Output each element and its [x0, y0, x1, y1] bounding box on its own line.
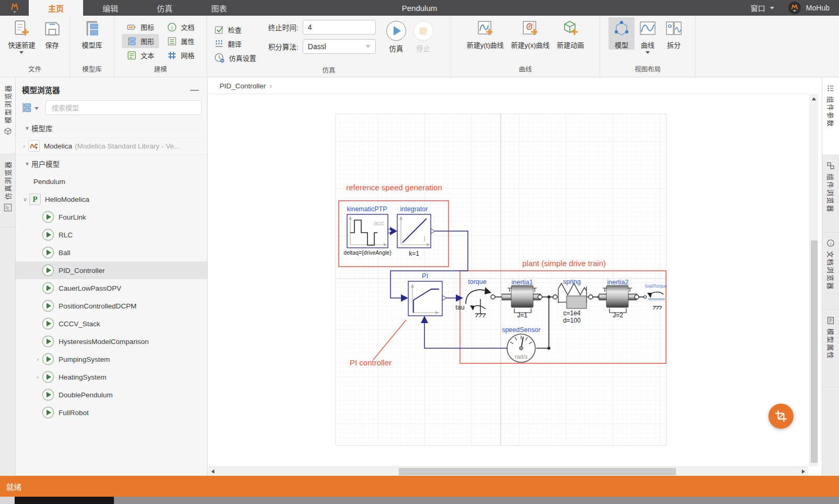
document-properties-icon — [826, 316, 835, 325]
chevron-collapsed-icon[interactable]: › — [33, 356, 42, 362]
icon-view-icon — [127, 22, 137, 32]
stop-time-input[interactable] — [303, 20, 376, 35]
tree-item-heatingsystem[interactable]: ›HeatingSystem — [16, 368, 207, 386]
component-parameters-tab-label: 组件参数 — [826, 96, 836, 128]
integration-algorithm-select[interactable]: Dassl — [303, 39, 376, 54]
tree-label: FullRobot — [59, 409, 89, 417]
icon-view-button[interactable]: 图标 — [122, 20, 159, 34]
diagram-view-button[interactable]: 图形 — [122, 34, 159, 48]
tree-item-pendulum[interactable]: Pendulum — [16, 173, 207, 190]
stop-label: 停止 — [416, 43, 430, 53]
diagram-canvas[interactable]: reference speed generation plant (simple… — [208, 94, 808, 466]
stop-button[interactable]: 停止 — [413, 20, 433, 53]
simulation-settings-button[interactable]: 仿真设置 — [209, 51, 261, 65]
attributes-button[interactable]: 属性 — [162, 34, 199, 48]
tree-item-hysteresismodelcomparison[interactable]: HysteresisModelComparison — [16, 333, 207, 350]
stop-time-label: 终止时间: — [268, 22, 298, 32]
account-avatar-icon[interactable] — [788, 1, 801, 15]
component-browser-tab-label: 组件浏览器 — [826, 174, 836, 213]
save-button[interactable]: 保存 — [39, 17, 65, 50]
vertical-scrollbar[interactable] — [809, 94, 818, 466]
component-param: d=100 — [563, 317, 581, 324]
model-library-button[interactable]: 模型库 — [78, 17, 106, 50]
quick-new-button[interactable]: 快速新建 — [4, 17, 39, 54]
tree-item-modelica[interactable]: › Modelica (Modelica Standard Library - … — [16, 137, 207, 155]
split-view-button[interactable]: 拆分 — [661, 17, 687, 50]
scroll-right-icon[interactable] — [802, 469, 805, 474]
tree-item-pumpingsystem[interactable]: ›PumpingSystem — [16, 350, 207, 368]
vertical-scroll-thumb[interactable] — [811, 240, 818, 463]
tree-section-user-models[interactable]: ▼ 用户模型 — [16, 155, 207, 173]
tab-edit[interactable]: 编辑 — [83, 0, 137, 16]
window-menu[interactable]: 窗口 — [751, 3, 765, 13]
scroll-up-icon[interactable] — [812, 97, 816, 100]
component-label: PI — [422, 272, 428, 280]
text-view-label: 文本 — [141, 50, 154, 60]
tree-item-pid-controller[interactable]: PID_Controller — [16, 261, 207, 279]
app-logo-icon[interactable] — [0, 0, 29, 16]
group-label-simulation: 仿真 — [209, 65, 449, 77]
tree-item-rlc[interactable]: RLC — [16, 226, 207, 244]
text-view-button[interactable]: 文本 — [122, 48, 159, 62]
curve-view-button[interactable]: 曲线 — [635, 17, 661, 54]
tab-document-browser[interactable]: i 文档浏览器 — [822, 233, 839, 310]
chevron-expanded-icon[interactable]: ▼ — [23, 161, 31, 167]
component-inner-text: acc — [374, 219, 385, 227]
tab-simulation-browser[interactable]: 仿真浏览器 — [0, 154, 15, 227]
tree-label: HysteresisModelComparison — [59, 338, 149, 346]
new-animation-button[interactable]: 新建动画 — [553, 17, 588, 50]
screenshot-crop-button[interactable] — [768, 404, 794, 429]
tree-label: CauerLowPassOPV — [59, 284, 121, 292]
ribbon-group-simulation: 检查 翻译 仿真设置 终止时间: — [207, 16, 451, 77]
document-browser-tab-label: 文档浏览器 — [826, 251, 836, 290]
wave-icon — [4, 203, 12, 212]
tree-item-doublependulum[interactable]: DoublePendulum — [16, 386, 207, 404]
horizontal-scrollbar[interactable] — [208, 466, 808, 476]
chevron-collapsed-icon[interactable]: › — [20, 143, 28, 149]
model-view-button[interactable]: 模型 — [608, 17, 635, 50]
chevron-down-icon — [19, 51, 24, 54]
group-label-library: 模型库 — [72, 64, 112, 77]
horizontal-scroll-thumb[interactable] — [399, 468, 676, 475]
tree-item-fullrobot[interactable]: FullRobot — [16, 404, 207, 421]
new-yt-curve-button[interactable]: 新建y(t)曲线 — [463, 17, 508, 50]
tab-model-browser[interactable]: 模型浏览器 — [0, 78, 15, 154]
animation-cube-icon — [561, 19, 580, 38]
component-param: c=1e4 — [563, 310, 580, 317]
chevron-down-icon[interactable] — [770, 7, 774, 9]
tab-home[interactable]: 主页 — [29, 0, 83, 16]
tree-item-fourlink[interactable]: FourLink — [16, 208, 207, 226]
tab-component-parameters[interactable]: 组件参数 — [822, 78, 839, 155]
tree-item-ball[interactable]: Ball — [16, 244, 207, 261]
account-name[interactable]: MoHub — [806, 4, 830, 12]
chevron-collapsed-icon[interactable]: › — [33, 374, 42, 380]
tree-section-library[interactable]: ▼ 模型库 — [16, 119, 207, 137]
component-param: tau — [455, 304, 464, 311]
tree-item-hellomodelica[interactable]: ∨ P HelloModelica — [16, 190, 207, 208]
search-model-input[interactable] — [45, 100, 202, 115]
breadcrumb-model[interactable]: PID_Controller — [220, 82, 266, 90]
simulate-button[interactable]: 仿真 — [386, 20, 406, 53]
tab-chart[interactable]: 图表 — [192, 0, 246, 16]
connection-node — [547, 295, 550, 299]
tab-simulate[interactable]: 仿真 — [137, 0, 192, 16]
tab-component-browser[interactable]: 组件浏览器 — [822, 155, 839, 233]
scroll-left-icon[interactable] — [211, 469, 214, 474]
simulate-label: 仿真 — [389, 43, 403, 53]
simulation-settings-label: 仿真设置 — [229, 53, 256, 63]
translate-button[interactable]: 翻译 — [209, 37, 261, 51]
tree-item-positioncontrolleddcpm[interactable]: PositionControlledDCPM — [16, 297, 207, 315]
tab-model-properties[interactable]: 模型属性 — [822, 310, 839, 387]
chevron-expanded-icon[interactable]: ▼ — [23, 125, 31, 131]
tree-item-cauerlowpassopv[interactable]: CauerLowPassOPV — [16, 279, 207, 297]
document-button[interactable]: i 文档 — [162, 20, 199, 34]
check-button[interactable]: 检查 — [209, 22, 261, 37]
chevron-expanded-icon[interactable]: ∨ — [21, 196, 29, 203]
status-text: 就绪 — [6, 481, 21, 492]
group-label-modeling: 建模 — [117, 64, 204, 77]
grid-button[interactable]: 网格 — [162, 48, 199, 62]
collapse-panel-icon[interactable]: — — [190, 87, 199, 93]
tree-item-cccv-stack[interactable]: CCCV_Stack — [16, 315, 207, 333]
new-yx-curve-button[interactable]: 新建y(x)曲线 — [508, 17, 554, 50]
library-filter-button[interactable] — [20, 100, 40, 115]
